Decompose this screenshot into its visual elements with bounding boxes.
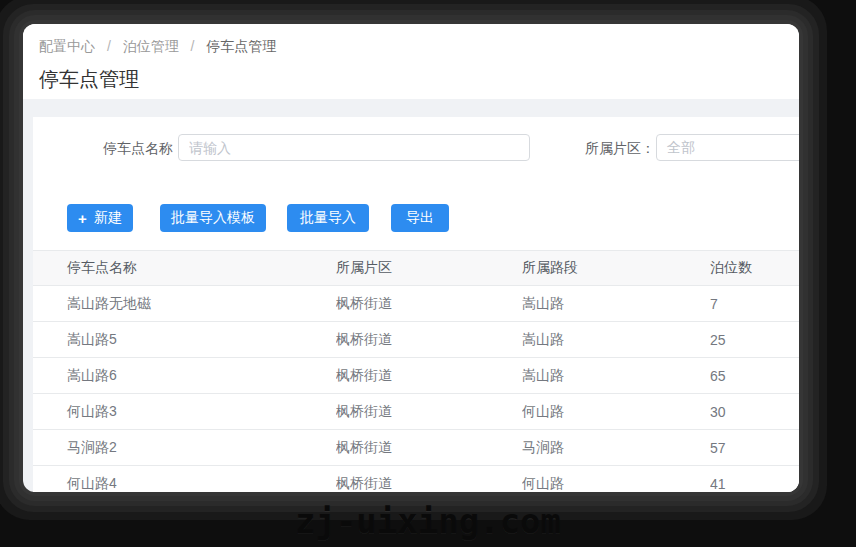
parking-table: 停车点名称所属片区所属路段泊位数 嵩山路无地磁枫桥街道嵩山路7嵩山路5枫桥街道嵩… [33, 250, 799, 492]
table-cell: 何山路4 [33, 466, 336, 493]
table-cell: 何山路 [522, 394, 710, 430]
table-cell: 25 [710, 322, 799, 358]
area-label: 所属片区： [585, 135, 655, 161]
breadcrumb-separator: / [107, 38, 111, 54]
table-cell: 30 [710, 394, 799, 430]
table-cell: 57 [710, 430, 799, 466]
table-cell: 嵩山路无地磁 [33, 286, 336, 322]
table-cell: 枫桥街道 [336, 322, 522, 358]
table-cell: 嵩山路6 [33, 358, 336, 394]
page-title: 停车点管理 [39, 66, 783, 92]
breadcrumb-item-config-center[interactable]: 配置中心 [39, 38, 95, 54]
parking-name-label: 停车点名称： [103, 135, 187, 161]
parking-name-input[interactable] [178, 134, 530, 161]
app-window: 配置中心 / 泊位管理 / 停车点管理 停车点管理 停车点名称： 所属片区： 全… [23, 24, 799, 492]
table-cell: 枫桥街道 [336, 430, 522, 466]
table-cell: 何山路 [522, 466, 710, 493]
table-cell: 何山路3 [33, 394, 336, 430]
table-cell: 嵩山路 [522, 358, 710, 394]
table-cell: 马涧路2 [33, 430, 336, 466]
table-cell: 41 [710, 466, 799, 493]
page-header: 配置中心 / 泊位管理 / 停车点管理 停车点管理 [23, 24, 799, 99]
table-row: 何山路4枫桥街道何山路41 [33, 466, 799, 493]
batch-import-template-button[interactable]: 批量导入模板 [160, 204, 266, 232]
table-cell: 嵩山路5 [33, 322, 336, 358]
new-button-label: 新建 [94, 209, 122, 227]
table-row: 嵩山路无地磁枫桥街道嵩山路7 [33, 286, 799, 322]
content-card: 停车点名称： 所属片区： 全部 + 新建 批量导入模板 批量导入 导出 停车点名… [33, 117, 799, 492]
batch-import-button[interactable]: 批量导入 [287, 204, 369, 232]
table-cell: 枫桥街道 [336, 286, 522, 322]
table-cell: 嵩山路 [522, 286, 710, 322]
area-select[interactable]: 全部 [656, 134, 799, 161]
table-row: 何山路3枫桥街道何山路30 [33, 394, 799, 430]
toolbar: + 新建 批量导入模板 批量导入 导出 [67, 204, 449, 232]
table-cell: 65 [710, 358, 799, 394]
table-header-row: 停车点名称所属片区所属路段泊位数 [33, 251, 799, 286]
area-select-value: 全部 [667, 139, 695, 155]
breadcrumb-separator: / [191, 38, 195, 54]
table-cell: 7 [710, 286, 799, 322]
breadcrumb-item-current: 停车点管理 [206, 38, 276, 54]
export-button[interactable]: 导出 [391, 204, 449, 232]
new-button[interactable]: + 新建 [67, 204, 133, 232]
table-row: 马涧路2枫桥街道马涧路57 [33, 430, 799, 466]
table-row: 嵩山路6枫桥街道嵩山路65 [33, 358, 799, 394]
plus-icon: + [78, 211, 87, 226]
watermark-text: zj-uixing.com [0, 501, 856, 541]
table-cell: 枫桥街道 [336, 466, 522, 493]
table-row: 嵩山路5枫桥街道嵩山路25 [33, 322, 799, 358]
table-cell: 嵩山路 [522, 322, 710, 358]
column-header: 所属路段 [522, 251, 710, 286]
table-cell: 马涧路 [522, 430, 710, 466]
column-header: 泊位数 [710, 251, 799, 286]
column-header: 所属片区 [336, 251, 522, 286]
table-cell: 枫桥街道 [336, 358, 522, 394]
table-cell: 枫桥街道 [336, 394, 522, 430]
breadcrumb-item-berth-management[interactable]: 泊位管理 [123, 38, 179, 54]
breadcrumb: 配置中心 / 泊位管理 / 停车点管理 [39, 36, 783, 56]
column-header: 停车点名称 [33, 251, 336, 286]
